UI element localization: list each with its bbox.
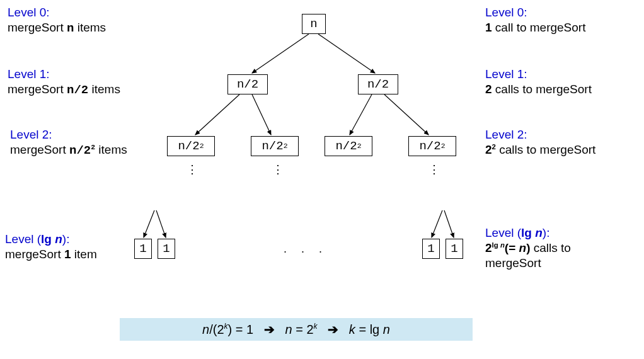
right-level1-post: calls to mergeSort bbox=[492, 83, 592, 96]
right-level2: Level 2: 22 calls to mergeSort bbox=[485, 127, 595, 157]
right-levelk: Level (lg n): 2lg n(= n) calls to mergeS… bbox=[485, 225, 571, 271]
svg-line-1 bbox=[318, 34, 375, 73]
vdots-2: ⋮ bbox=[272, 162, 284, 176]
right-level0-num: 1 bbox=[485, 21, 492, 34]
right-level1-title: Level 1: bbox=[485, 67, 527, 81]
right-level0-post: call to mergeSort bbox=[492, 21, 586, 34]
left-level1-post: items bbox=[88, 83, 120, 96]
right-level2-title: Level 2: bbox=[485, 128, 527, 141]
svg-line-8 bbox=[432, 210, 442, 237]
left-levelk-title: Level (lg n): bbox=[5, 232, 69, 246]
left-level0-title: Level 0: bbox=[8, 6, 50, 19]
svg-line-5 bbox=[384, 94, 428, 135]
left-level1-title: Level 1: bbox=[8, 67, 50, 81]
left-level1: Level 1: mergeSort n/2 items bbox=[8, 67, 120, 98]
right-level1: Level 1: 2 calls to mergeSort bbox=[485, 67, 592, 97]
right-level2-post: calls to mergeSort bbox=[496, 143, 595, 156]
left-level2-pre: mergeSort bbox=[10, 143, 69, 156]
left-level0-pre: mergeSort bbox=[8, 21, 67, 34]
left-level0: Level 0: mergeSort n items bbox=[8, 5, 106, 37]
svg-line-6 bbox=[144, 210, 154, 237]
left-level1-pre: mergeSort bbox=[8, 83, 67, 96]
left-level1-code: n/2 bbox=[67, 83, 88, 97]
left-level2-code: n/22 bbox=[69, 144, 95, 157]
svg-line-2 bbox=[195, 94, 239, 135]
right-level0: Level 0: 1 call to mergeSort bbox=[485, 5, 585, 35]
right-level1-num: 2 bbox=[485, 83, 492, 96]
left-levelk-pre: mergeSort bbox=[5, 248, 64, 261]
svg-line-4 bbox=[350, 94, 372, 135]
right-levelk-title: Level (lg n): bbox=[485, 226, 549, 239]
left-level0-code: n bbox=[67, 21, 74, 35]
left-levelk-num: 1 bbox=[64, 248, 71, 261]
left-level2: Level 2: mergeSort n/22 items bbox=[10, 127, 127, 159]
formula-box: n/(2k) = 1 ➔ n = 2k ➔ k = lg n bbox=[120, 318, 473, 341]
tree-node-l1-left: n/2 bbox=[227, 74, 268, 94]
tree-node-l2-3: n/22 bbox=[325, 136, 372, 156]
svg-line-7 bbox=[156, 210, 166, 237]
tree-node-leaf-3: 1 bbox=[422, 239, 440, 259]
left-levelk-post: item bbox=[71, 248, 97, 261]
vdots-3: ⋮ bbox=[428, 162, 440, 176]
tree-node-l1-right: n/2 bbox=[358, 74, 398, 94]
tree-node-l2-4: n/22 bbox=[408, 136, 456, 156]
svg-line-0 bbox=[252, 34, 309, 73]
right-level2-num: 22 bbox=[485, 143, 496, 156]
vdots-1: ⋮ bbox=[187, 162, 198, 176]
right-levelk-post: calls to bbox=[530, 241, 570, 254]
left-levelk: Level (lg n): mergeSort 1 item bbox=[5, 232, 97, 262]
left-level2-title: Level 2: bbox=[10, 128, 52, 141]
svg-line-9 bbox=[444, 210, 454, 237]
right-levelk-line2: mergeSort bbox=[485, 256, 541, 270]
tree-node-l2-2: n/22 bbox=[251, 136, 299, 156]
tree-node-leaf-4: 1 bbox=[446, 239, 463, 259]
tree-edges bbox=[0, 0, 644, 359]
left-level0-post: items bbox=[74, 21, 106, 34]
hdots: . . . bbox=[284, 242, 323, 256]
right-level0-title: Level 0: bbox=[485, 6, 527, 19]
right-levelk-expr: 2lg n(= n) bbox=[485, 241, 530, 254]
tree-node-l2-1: n/22 bbox=[167, 136, 215, 156]
tree-node-root: n bbox=[302, 14, 326, 34]
svg-line-3 bbox=[252, 94, 271, 135]
left-level2-post: items bbox=[95, 143, 127, 156]
tree-node-leaf-1: 1 bbox=[134, 239, 152, 259]
tree-node-leaf-2: 1 bbox=[158, 239, 175, 259]
